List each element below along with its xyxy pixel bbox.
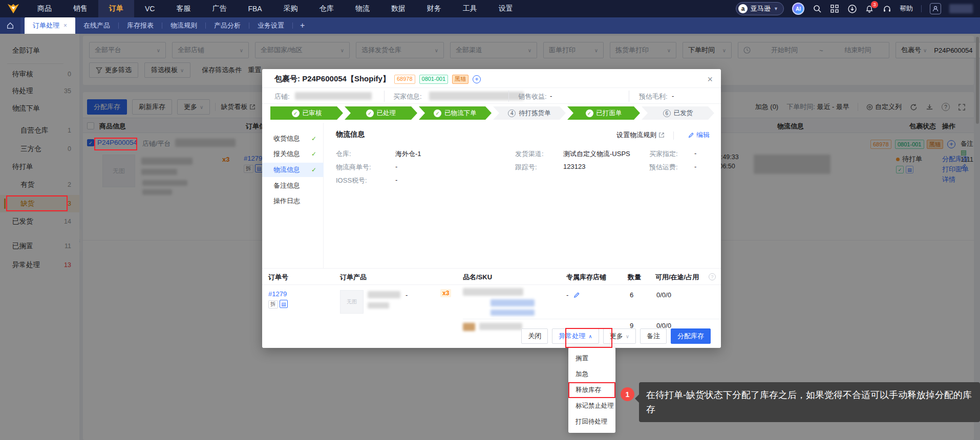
check-icon: ✓ [311,166,316,173]
add-tab-button[interactable]: + [293,21,312,30]
order-number-link[interactable]: #1279 [268,290,287,298]
edit-pencil-icon [688,132,694,138]
set-logistics-rule-link[interactable]: 设置物流规则 [616,130,665,140]
modal-close-icon[interactable]: × [707,74,713,85]
tab-online-products[interactable]: 在线产品 [75,19,118,32]
help-link[interactable]: 帮助 [900,4,913,13]
order-note-icon[interactable]: ▤ [280,300,288,308]
package-tag: 黑猫 [452,75,468,84]
search-icon[interactable] [813,4,822,13]
nav-item-service[interactable]: 客服 [165,0,201,17]
nav-remark-info[interactable]: 备注信息 [262,179,324,193]
user-avatar[interactable] [930,3,941,14]
package-detail-modal: 包裹号: P24P600054【Shopify】 68978 0801-001 … [262,69,721,348]
modal-footer: 关闭 异常处理 ∧ 更多 ∨ 备注 分配库存 [262,328,721,344]
sku-redacted [463,288,523,296]
ioss-value: - [395,176,397,184]
warehouse-value: 海外仓-1 [395,149,421,159]
nav-item-settings[interactable]: 设置 [488,0,524,17]
menu-item-forbid-process[interactable]: 标记禁止处理 [568,398,615,414]
menu-item-urgent[interactable]: 加急 [568,366,615,382]
nav-item-data[interactable]: 数据 [380,0,416,17]
help-question-icon[interactable]: ? [709,273,716,280]
tab-logistics-rules[interactable]: 物流规则 [162,19,205,32]
divider [463,319,721,319]
nav-item-purchase[interactable]: 采购 [273,0,309,17]
dedicated-store-value: - [566,291,568,299]
channel-value: 测试自定义物流-USPS [563,149,630,159]
add-tag-icon[interactable]: + [473,75,481,83]
check-icon: ✓ [292,109,300,117]
username-redacted [949,4,973,13]
step-label: 已发货 [674,109,693,118]
section-title: 物流信息 [336,130,365,139]
nav-item-fba[interactable]: FBA [237,0,272,17]
remark-button[interactable]: 备注 [640,328,667,344]
step-reviewed: ✓已审核 [270,106,343,120]
support-headset-icon[interactable] [882,4,891,13]
dash: - [406,291,408,299]
menu-item-hold[interactable]: 搁置 [568,350,615,366]
marketplace-label: 亚马逊 [751,4,771,13]
nav-item-ads[interactable]: 广告 [201,0,237,17]
notification-badge: 3 [871,1,878,8]
profit-label: 预估毛利: [639,92,668,101]
apps-grid-icon[interactable] [830,4,839,13]
tab-business-settings[interactable]: 业务设置 [249,19,292,32]
app-logo[interactable] [0,3,27,15]
ai-assistant-button[interactable]: AI [792,3,804,15]
menu-item-release-stock[interactable]: 释放库存 [568,382,615,398]
home-tab-button[interactable] [0,17,20,34]
tab-label: 产品分析 [214,21,241,30]
buyer-redacted [429,92,524,100]
package-info-strip: 店铺: 买家信息: 销售收益: - 预估毛利: - [262,87,721,104]
nav-logistics-info[interactable]: 物流信息✓ [262,163,324,177]
modal-header: 包裹号: P24P600054【Shopify】 68978 0801-001 … [274,74,481,84]
store-label: 店铺: [274,92,290,101]
chevron-down-icon: ∨ [626,334,629,339]
download-center-icon[interactable] [847,4,857,13]
tab-product-analysis[interactable]: 产品分析 [206,19,249,32]
nav-item-logistics[interactable]: 物流 [345,0,380,17]
nav-receiving-info[interactable]: 收货信息✓ [262,131,324,146]
exception-dropdown-menu: 搁置 加急 释放库存 标记禁止处理 打回待处理 [568,347,615,433]
est-fee-label: 预估运费: [649,163,678,172]
tab-label: 订单处理 [33,21,59,30]
allocate-stock-button[interactable]: 分配库存 [671,328,711,344]
edit-pencil-icon[interactable] [573,292,580,298]
col-stock: 可用/在途/占用 [655,273,699,282]
modal-table-header: 订单号 订单产品 品名/SKU 专属库存店铺 数量 可用/在途/占用 ? [262,269,721,285]
divider [508,91,509,102]
divider [384,91,385,102]
nav-operation-log[interactable]: 操作日志 [262,194,324,208]
nav-item-products[interactable]: 商品 [27,0,62,17]
nav-item-sales[interactable]: 销售 [62,0,98,17]
check-icon: ✓ [311,135,316,142]
nav-customs-info[interactable]: 报关信息✓ [262,147,324,161]
tracking-no-value: 123123 [563,163,585,170]
menu-item-return-pending[interactable]: 打回待处理 [568,414,615,430]
tab-order-processing[interactable]: 订单处理 × [25,17,75,34]
modal-section-nav: 收货信息✓ 报关信息✓ 物流信息✓ 备注信息 操作日志 [262,123,324,268]
nav-item-orders[interactable]: 订单 [98,0,134,17]
nav-item-finance[interactable]: 财务 [416,0,452,17]
product-thumbnail-placeholder: 无图 [340,290,364,314]
close-button[interactable]: 关闭 [521,328,548,344]
check-icon: ✓ [311,150,316,158]
nav-item-vc[interactable]: VC [134,0,165,17]
annotation-box-sidebar-oos [6,195,68,211]
edit-logistics-button[interactable]: 编辑 [688,130,710,140]
close-tab-icon[interactable]: × [63,22,67,29]
marketplace-switcher[interactable]: a 亚马逊 ▼ [736,2,784,15]
ioss-label: IOSS税号: [336,176,367,185]
nav-item-tools[interactable]: 工具 [452,0,488,17]
nav-item-warehouse[interactable]: 仓库 [309,0,345,17]
notifications-bell-icon[interactable]: 3 [865,4,874,13]
step-label: 已处理 [377,109,396,118]
package-tag: 68978 [394,75,415,84]
split-order-tag: 拆 [268,300,278,309]
col-dedicated-store: 专属库存店铺 [566,273,606,282]
tab-inventory-report[interactable]: 库存报表 [119,19,162,32]
est-fee-value: - [694,163,696,170]
sku-redacted [491,299,535,306]
